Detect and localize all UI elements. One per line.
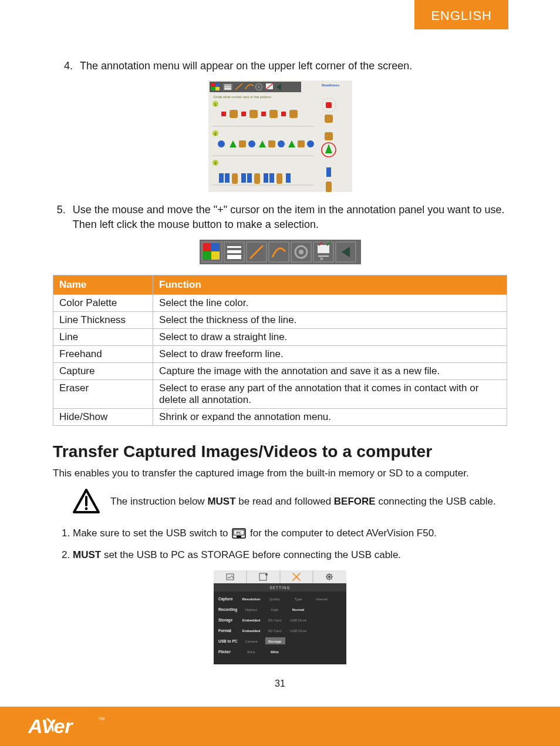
- svg-text:Embedded: Embedded: [242, 629, 261, 633]
- svg-rect-61: [326, 182, 332, 192]
- svg-rect-71: [227, 255, 241, 259]
- svg-text:High: High: [271, 608, 278, 611]
- svg-text:60Hz: 60Hz: [271, 650, 279, 654]
- svg-text:Capture: Capture: [218, 597, 233, 601]
- svg-text:Camera: Camera: [245, 640, 258, 643]
- svg-rect-69: [227, 246, 241, 248]
- svg-text:✕: ✕: [319, 256, 324, 262]
- aver-logo: AVer TM: [28, 713, 116, 741]
- svg-rect-39: [239, 140, 246, 147]
- svg-rect-42: [268, 140, 275, 147]
- step-number: 5.: [53, 203, 66, 232]
- svg-text:SETTING: SETTING: [269, 586, 290, 590]
- step-text: The annotation menu will appear on the u…: [80, 59, 412, 73]
- svg-rect-50: [219, 173, 224, 183]
- svg-text:Recording: Recording: [218, 607, 237, 612]
- table-row: Color PaletteSelect the line color.: [53, 294, 507, 311]
- table-cell: Select to draw a straight line.: [153, 328, 507, 345]
- figure-annotation-screen: Circle what comes next in the pattern. R…: [53, 80, 507, 192]
- svg-rect-59: [286, 173, 291, 183]
- svg-rect-28: [241, 112, 246, 116]
- table-cell: Shrink or expand the annotation menu.: [153, 408, 507, 425]
- figure-annotation-toolbar: ✕: [53, 240, 507, 264]
- svg-text:Storage: Storage: [268, 640, 282, 643]
- table-row: CaptureCapture the image with the annota…: [53, 362, 507, 379]
- svg-rect-8: [224, 85, 231, 85]
- svg-text:Resolution: Resolution: [242, 597, 261, 601]
- page-footer: AVer TM: [0, 707, 560, 746]
- table-cell: Line Thickness: [53, 311, 153, 328]
- svg-rect-51: [225, 173, 230, 183]
- svg-rect-53: [241, 173, 246, 183]
- step-number: 4.: [53, 59, 73, 73]
- svg-text:Flicker: Flicker: [218, 650, 231, 654]
- warning-icon: [73, 489, 100, 516]
- svg-rect-54: [247, 173, 252, 183]
- svg-rect-27: [230, 110, 238, 118]
- svg-rect-74: [269, 242, 289, 262]
- table-cell: Line: [53, 328, 153, 345]
- transfer-step-2: MUST set the USB to PC as STORAGE before…: [73, 548, 507, 562]
- language-tab: ENGLISH: [414, 0, 508, 29]
- svg-text:TM: TM: [99, 717, 104, 721]
- svg-rect-70: [227, 250, 241, 253]
- table-cell: Color Palette: [53, 294, 153, 311]
- svg-rect-65: [211, 243, 220, 251]
- svg-point-77: [299, 250, 303, 254]
- svg-text:SD Card: SD Card: [268, 619, 281, 622]
- svg-rect-29: [249, 110, 258, 118]
- svg-rect-79: [318, 245, 329, 253]
- svg-text:USB Drive: USB Drive: [290, 629, 307, 633]
- table-row: EraserSelect to erase any part of the an…: [53, 379, 507, 408]
- svg-rect-9: [224, 86, 231, 88]
- table-cell: Select to draw freeform line.: [153, 345, 507, 362]
- svg-text:USB Drive: USB Drive: [290, 619, 307, 622]
- table-row: LineSelect to draw a straight line.: [53, 328, 507, 345]
- svg-point-88: [85, 507, 88, 510]
- svg-rect-58: [276, 173, 282, 184]
- svg-text:Embedded: Embedded: [242, 619, 261, 622]
- readiness-label: Readiness: [322, 83, 340, 87]
- svg-rect-64: [203, 243, 211, 251]
- svg-rect-5: [211, 87, 215, 90]
- svg-text:USB to PC: USB to PC: [218, 639, 238, 643]
- pusb-switch-icon: PC: [232, 528, 246, 539]
- table-cell: Select the line color.: [153, 294, 507, 311]
- table-header-name: Name: [53, 275, 153, 294]
- page-number: 31: [53, 678, 507, 689]
- table-cell: Select to erase any part of the annotati…: [153, 379, 507, 408]
- figure-settings-panel: SETTING CaptureResolutionQualityTypeInte…: [53, 570, 507, 664]
- svg-rect-30: [261, 112, 266, 116]
- svg-point-104: [329, 576, 330, 578]
- svg-rect-10: [224, 88, 231, 90]
- table-header-function: Function: [153, 275, 507, 294]
- svg-rect-45: [298, 140, 305, 147]
- svg-rect-33: [289, 110, 298, 118]
- svg-point-13: [258, 86, 260, 88]
- table-row: FreehandSelect to draw freeform line.: [53, 345, 507, 362]
- svg-text:Normal: Normal: [292, 608, 305, 611]
- svg-text:PC: PC: [237, 531, 242, 535]
- svg-rect-35: [326, 102, 332, 108]
- svg-rect-67: [211, 251, 220, 260]
- table-cell: Select the thickness of the line.: [153, 311, 507, 328]
- table-cell: Capture: [53, 362, 153, 379]
- svg-text:Type: Type: [294, 597, 302, 601]
- table-row: Hide/ShowShrink or expand the annotation…: [53, 408, 507, 425]
- svg-rect-56: [264, 173, 268, 183]
- svg-rect-31: [269, 110, 278, 118]
- svg-text:Format: Format: [218, 629, 232, 633]
- heading-transfer: Transfer Captured Images/Videos to a com…: [53, 442, 507, 461]
- svg-text:AVer: AVer: [28, 715, 73, 737]
- step-text: Use the mouse and move the "+" cursor on…: [73, 203, 507, 232]
- annotation-function-table: Name Function Color PaletteSelect the li…: [53, 275, 507, 426]
- svg-point-37: [218, 140, 225, 147]
- svg-text:Quality: Quality: [269, 597, 281, 601]
- svg-rect-60: [326, 167, 331, 177]
- svg-rect-26: [221, 112, 226, 116]
- svg-point-43: [278, 140, 285, 147]
- svg-rect-57: [269, 173, 274, 183]
- svg-rect-6: [215, 87, 220, 90]
- worksheet-caption: Circle what comes next in the pattern.: [213, 95, 272, 99]
- table-cell: Eraser: [53, 379, 153, 408]
